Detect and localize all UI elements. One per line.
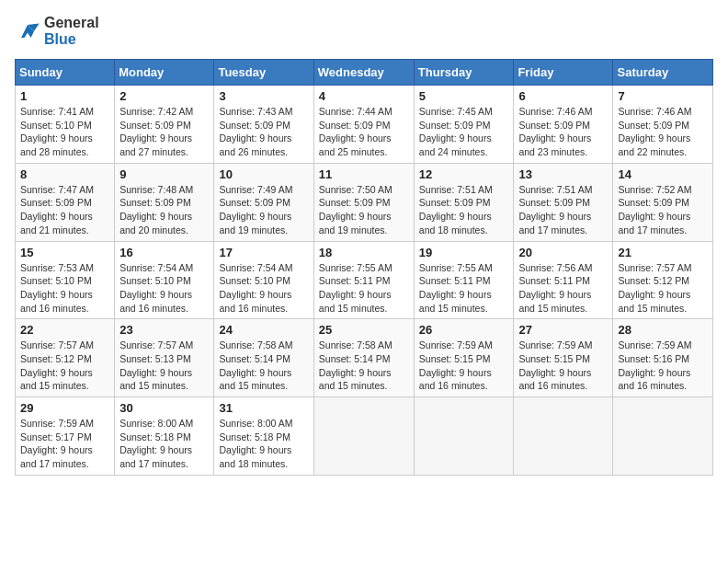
day-info: Sunrise: 7:59 AMSunset: 5:15 PMDaylight:… [419,339,509,393]
day-number: 7 [618,89,708,103]
day-info: Sunrise: 7:59 AMSunset: 5:15 PMDaylight:… [518,339,608,393]
day-number: 31 [219,401,308,415]
day-info: Sunrise: 7:44 AMSunset: 5:09 PMDaylight:… [319,105,409,159]
calendar-cell: 8 Sunrise: 7:47 AMSunset: 5:09 PMDayligh… [16,163,115,241]
calendar-cell: 20 Sunrise: 7:56 AMSunset: 5:11 PMDaylig… [514,241,613,319]
calendar-cell: 18 Sunrise: 7:55 AMSunset: 5:11 PMDaylig… [313,241,414,319]
header: General Blue [15,15,713,48]
calendar-cell: 13 Sunrise: 7:51 AMSunset: 5:09 PMDaylig… [514,163,613,241]
day-info: Sunrise: 7:57 AMSunset: 5:12 PMDaylight:… [618,261,708,316]
day-header-tuesday: Tuesday [214,60,313,86]
day-info: Sunrise: 7:46 AMSunset: 5:09 PMDaylight:… [518,105,608,159]
calendar-cell: 28 Sunrise: 7:59 AMSunset: 5:16 PMDaylig… [613,319,713,397]
day-number: 25 [319,323,409,337]
calendar-cell [313,397,414,476]
calendar-cell: 10 Sunrise: 7:49 AMSunset: 5:09 PMDaylig… [214,163,313,241]
day-number: 24 [219,323,308,337]
day-number: 14 [618,167,708,181]
day-number: 3 [219,89,308,103]
day-number: 2 [119,89,209,103]
logo-text: General Blue [44,15,99,48]
day-info: Sunrise: 7:51 AMSunset: 5:09 PMDaylight:… [419,183,509,237]
calendar-cell: 26 Sunrise: 7:59 AMSunset: 5:15 PMDaylig… [414,319,514,397]
week-row-2: 8 Sunrise: 7:47 AMSunset: 5:09 PMDayligh… [16,163,713,241]
day-number: 6 [518,89,608,103]
calendar-table: SundayMondayTuesdayWednesdayThursdayFrid… [15,59,713,476]
day-info: Sunrise: 8:00 AMSunset: 5:18 PMDaylight:… [219,417,308,471]
week-row-5: 29 Sunrise: 7:59 AMSunset: 5:17 PMDaylig… [16,397,713,476]
calendar-cell: 9 Sunrise: 7:48 AMSunset: 5:09 PMDayligh… [115,163,214,241]
calendar-cell: 27 Sunrise: 7:59 AMSunset: 5:15 PMDaylig… [514,319,613,397]
day-info: Sunrise: 7:54 AMSunset: 5:10 PMDaylight:… [119,261,209,316]
day-number: 28 [618,323,708,337]
day-number: 30 [119,401,209,415]
day-info: Sunrise: 7:52 AMSunset: 5:09 PMDaylight:… [618,183,708,237]
day-info: Sunrise: 7:49 AMSunset: 5:09 PMDaylight:… [219,183,308,237]
day-number: 11 [319,167,409,181]
calendar-cell: 7 Sunrise: 7:46 AMSunset: 5:09 PMDayligh… [613,86,713,164]
calendar-cell: 1 Sunrise: 7:41 AMSunset: 5:10 PMDayligh… [16,86,115,164]
day-header-saturday: Saturday [613,60,713,86]
day-info: Sunrise: 7:42 AMSunset: 5:09 PMDaylight:… [119,105,209,159]
calendar-cell: 15 Sunrise: 7:53 AMSunset: 5:10 PMDaylig… [16,241,115,319]
day-number: 26 [419,323,509,337]
day-number: 20 [518,246,608,259]
day-header-sunday: Sunday [16,60,115,86]
day-number: 8 [20,167,109,181]
day-info: Sunrise: 7:45 AMSunset: 5:09 PMDaylight:… [419,105,509,159]
day-info: Sunrise: 7:55 AMSunset: 5:11 PMDaylight:… [319,261,409,316]
day-number: 13 [518,167,608,181]
day-number: 1 [20,89,109,103]
calendar-cell: 3 Sunrise: 7:43 AMSunset: 5:09 PMDayligh… [214,86,313,164]
day-info: Sunrise: 8:00 AMSunset: 5:18 PMDaylight:… [119,417,209,471]
calendar-cell: 17 Sunrise: 7:54 AMSunset: 5:10 PMDaylig… [214,241,313,319]
day-number: 16 [119,246,209,259]
calendar-cell: 4 Sunrise: 7:44 AMSunset: 5:09 PMDayligh… [313,86,414,164]
day-number: 22 [20,323,109,337]
calendar-cell: 24 Sunrise: 7:58 AMSunset: 5:14 PMDaylig… [214,319,313,397]
calendar-cell [514,397,613,476]
calendar-cell: 6 Sunrise: 7:46 AMSunset: 5:09 PMDayligh… [514,86,613,164]
day-info: Sunrise: 7:57 AMSunset: 5:12 PMDaylight:… [20,339,109,393]
day-number: 12 [419,167,509,181]
day-number: 5 [419,89,509,103]
calendar-cell: 2 Sunrise: 7:42 AMSunset: 5:09 PMDayligh… [115,86,214,164]
calendar-cell: 11 Sunrise: 7:50 AMSunset: 5:09 PMDaylig… [313,163,414,241]
days-header-row: SundayMondayTuesdayWednesdayThursdayFrid… [16,60,713,86]
day-number: 23 [119,323,209,337]
day-info: Sunrise: 7:58 AMSunset: 5:14 PMDaylight:… [219,339,308,393]
day-info: Sunrise: 7:46 AMSunset: 5:09 PMDaylight:… [618,105,708,159]
day-number: 27 [518,323,608,337]
day-header-monday: Monday [115,60,214,86]
calendar-cell: 29 Sunrise: 7:59 AMSunset: 5:17 PMDaylig… [16,397,115,476]
logo: General Blue [15,15,99,48]
day-info: Sunrise: 7:56 AMSunset: 5:11 PMDaylight:… [518,261,608,316]
day-info: Sunrise: 7:51 AMSunset: 5:09 PMDaylight:… [518,183,608,237]
logo-bird-icon [15,18,40,44]
day-number: 10 [219,167,308,181]
day-header-wednesday: Wednesday [313,60,414,86]
day-info: Sunrise: 7:59 AMSunset: 5:17 PMDaylight:… [20,417,109,471]
calendar-cell: 30 Sunrise: 8:00 AMSunset: 5:18 PMDaylig… [115,397,214,476]
week-row-1: 1 Sunrise: 7:41 AMSunset: 5:10 PMDayligh… [16,86,713,164]
calendar-cell: 19 Sunrise: 7:55 AMSunset: 5:11 PMDaylig… [414,241,514,319]
calendar-cell: 23 Sunrise: 7:57 AMSunset: 5:13 PMDaylig… [115,319,214,397]
day-number: 19 [419,246,509,259]
calendar-cell: 5 Sunrise: 7:45 AMSunset: 5:09 PMDayligh… [414,86,514,164]
day-number: 17 [219,246,308,259]
week-row-3: 15 Sunrise: 7:53 AMSunset: 5:10 PMDaylig… [16,241,713,319]
day-number: 15 [20,246,109,259]
day-info: Sunrise: 7:50 AMSunset: 5:09 PMDaylight:… [319,183,409,237]
day-number: 29 [20,401,109,415]
day-info: Sunrise: 7:41 AMSunset: 5:10 PMDaylight:… [20,105,109,159]
calendar-cell [414,397,514,476]
day-header-thursday: Thursday [414,60,514,86]
day-number: 18 [319,246,409,259]
week-row-4: 22 Sunrise: 7:57 AMSunset: 5:12 PMDaylig… [16,319,713,397]
day-info: Sunrise: 7:59 AMSunset: 5:16 PMDaylight:… [618,339,708,393]
day-info: Sunrise: 7:47 AMSunset: 5:09 PMDaylight:… [20,183,109,237]
day-number: 4 [319,89,409,103]
day-header-friday: Friday [514,60,613,86]
day-info: Sunrise: 7:58 AMSunset: 5:14 PMDaylight:… [319,339,409,393]
day-info: Sunrise: 7:54 AMSunset: 5:10 PMDaylight:… [219,261,308,316]
